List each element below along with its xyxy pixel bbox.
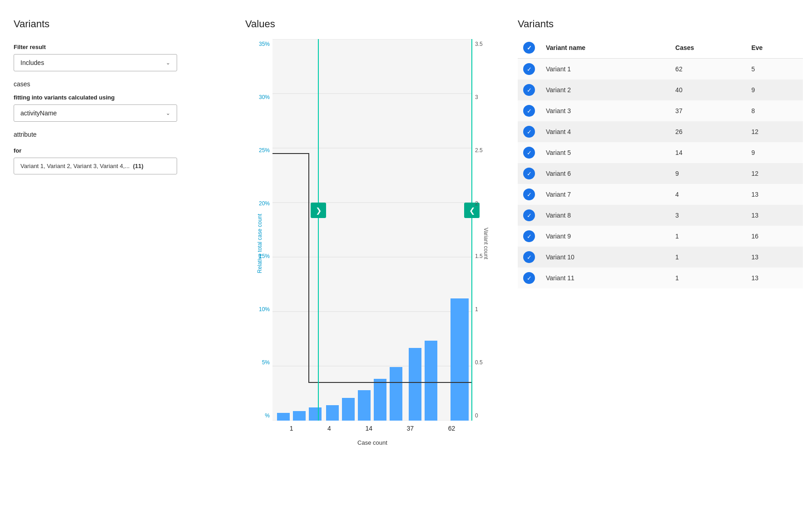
variants-table: ✓ Variant name Cases Eve ✓ Variant 1 62 … xyxy=(518,37,803,288)
table-row: ✓ Variant 4 26 12 xyxy=(518,121,803,142)
bars-svg xyxy=(272,39,472,421)
right-panel-title: Variants xyxy=(518,18,803,30)
center-title: Values xyxy=(245,18,500,30)
table-row: ✓ Variant 9 1 16 xyxy=(518,226,803,247)
row-check[interactable]: ✓ xyxy=(518,247,540,268)
filter-result-select[interactable]: Includes ⌄ xyxy=(14,54,177,71)
row-check-icon: ✓ xyxy=(523,209,535,221)
table-row: ✓ Variant 2 40 9 xyxy=(518,79,803,100)
teal-line-right xyxy=(471,39,472,421)
row-cases: 1 xyxy=(670,268,746,288)
table-row: ✓ Variant 5 14 9 xyxy=(518,142,803,163)
row-check[interactable]: ✓ xyxy=(518,226,540,247)
svg-rect-16 xyxy=(390,367,402,421)
row-events: 16 xyxy=(746,226,803,247)
row-check-icon: ✓ xyxy=(523,147,535,159)
row-variant-name: Variant 1 xyxy=(540,59,670,80)
row-variant-name: Variant 6 xyxy=(540,163,670,184)
svg-rect-11 xyxy=(309,407,322,421)
attribute-label: attribute xyxy=(14,131,223,138)
fitting-select[interactable]: activityName ⌄ xyxy=(14,104,177,122)
row-cases: 4 xyxy=(670,184,746,205)
row-check[interactable]: ✓ xyxy=(518,184,540,205)
svg-rect-18 xyxy=(425,341,437,421)
row-check-icon: ✓ xyxy=(523,126,535,138)
row-cases: 3 xyxy=(670,205,746,226)
row-check-icon: ✓ xyxy=(523,84,535,96)
table-row: ✓ Variant 1 62 5 xyxy=(518,59,803,80)
row-events: 12 xyxy=(746,163,803,184)
table-row: ✓ Variant 7 4 13 xyxy=(518,184,803,205)
row-check-icon: ✓ xyxy=(523,272,535,284)
fitting-label: fitting into variants calculated using xyxy=(14,94,223,101)
row-variant-name: Variant 7 xyxy=(540,184,670,205)
row-cases: 9 xyxy=(670,163,746,184)
row-variant-name: Variant 10 xyxy=(540,247,670,268)
row-cases: 40 xyxy=(670,79,746,100)
row-events: 13 xyxy=(746,205,803,226)
row-events: 9 xyxy=(746,79,803,100)
left-panel-title: Variants xyxy=(14,18,223,30)
row-events: 5 xyxy=(746,59,803,80)
row-check[interactable]: ✓ xyxy=(518,79,540,100)
svg-rect-17 xyxy=(409,348,421,421)
svg-rect-14 xyxy=(358,390,371,421)
row-events: 13 xyxy=(746,184,803,205)
row-cases: 1 xyxy=(670,247,746,268)
chevron-down-icon: ⌄ xyxy=(166,60,170,66)
y-right-label: Variant count xyxy=(483,216,489,271)
table-row: ✓ Variant 6 9 12 xyxy=(518,163,803,184)
table-row: ✓ Variant 10 1 13 xyxy=(518,247,803,268)
row-check[interactable]: ✓ xyxy=(518,163,540,184)
row-events: 13 xyxy=(746,247,803,268)
row-events: 9 xyxy=(746,142,803,163)
row-check-icon: ✓ xyxy=(523,251,535,263)
row-variant-name: Variant 8 xyxy=(540,205,670,226)
row-check[interactable]: ✓ xyxy=(518,59,540,80)
teal-line-left xyxy=(318,39,319,421)
row-variant-name: Variant 5 xyxy=(540,142,670,163)
row-check-icon: ✓ xyxy=(523,63,535,75)
x-axis-label: Case count xyxy=(357,439,387,446)
row-check[interactable]: ✓ xyxy=(518,268,540,288)
arrow-left-button[interactable]: ❯ xyxy=(311,203,326,218)
row-check[interactable]: ✓ xyxy=(518,142,540,163)
fitting-value: activityName xyxy=(20,109,57,117)
row-check[interactable]: ✓ xyxy=(518,121,540,142)
x-axis: 1 4 14 37 62 xyxy=(272,425,472,432)
right-panel: Variants ✓ Variant name Cases Eve ✓ Vari… xyxy=(509,9,812,507)
row-events: 8 xyxy=(746,100,803,121)
for-count-badge: (11) xyxy=(133,163,144,169)
col-variant-name: Variant name xyxy=(540,37,670,59)
row-cases: 62 xyxy=(670,59,746,80)
table-row: ✓ Variant 8 3 13 xyxy=(518,205,803,226)
svg-rect-10 xyxy=(293,411,306,421)
filter-result-label: Filter result xyxy=(14,44,223,50)
left-panel: Variants Filter result Includes ⌄ cases … xyxy=(0,9,236,507)
header-check-icon: ✓ xyxy=(523,42,535,54)
row-check-icon: ✓ xyxy=(523,105,535,117)
col-cases: Cases xyxy=(670,37,746,59)
svg-rect-13 xyxy=(342,398,355,421)
center-panel: Values 35% 30% 25% 20% 15% 10% 5% % Rela… xyxy=(236,9,509,507)
row-variant-name: Variant 4 xyxy=(540,121,670,142)
row-check-icon: ✓ xyxy=(523,168,535,179)
svg-rect-15 xyxy=(374,379,386,421)
row-events: 13 xyxy=(746,268,803,288)
row-cases: 14 xyxy=(670,142,746,163)
row-variant-name: Variant 3 xyxy=(540,100,670,121)
svg-rect-19 xyxy=(451,298,469,421)
table-row: ✓ Variant 3 37 8 xyxy=(518,100,803,121)
chevron-down-icon-2: ⌄ xyxy=(166,110,170,116)
for-value-text: Variant 1, Variant 2, Variant 3, Variant… xyxy=(20,163,129,169)
y-left-label: Relative total case count xyxy=(257,198,263,289)
col-check: ✓ xyxy=(518,37,540,59)
cases-label: cases xyxy=(14,80,223,88)
table-row: ✓ Variant 11 1 13 xyxy=(518,268,803,288)
svg-rect-9 xyxy=(277,413,290,421)
row-check[interactable]: ✓ xyxy=(518,100,540,121)
chart-container: 35% 30% 25% 20% 15% 10% 5% % Relative to… xyxy=(245,39,500,448)
filter-result-value: Includes xyxy=(20,59,44,66)
row-check[interactable]: ✓ xyxy=(518,205,540,226)
svg-rect-0 xyxy=(272,39,472,421)
